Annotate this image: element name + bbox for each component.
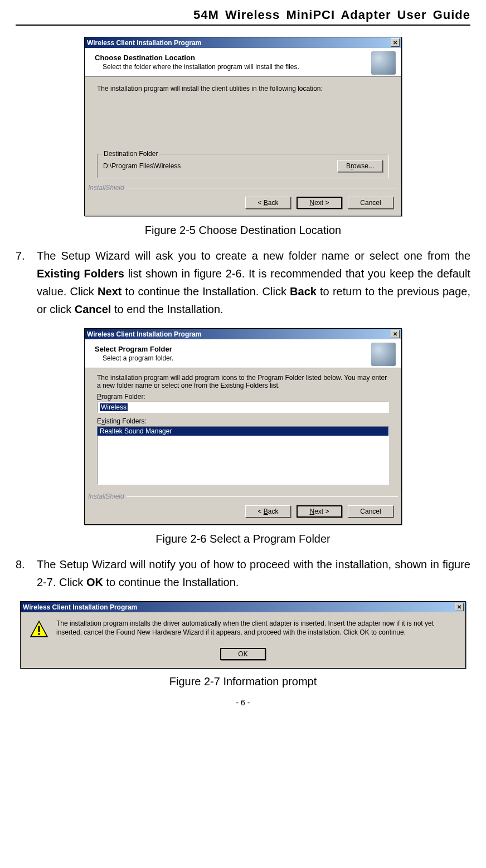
text: to continue the Installation. xyxy=(103,576,239,588)
body-text: The installation program will install th… xyxy=(97,85,389,92)
svg-rect-1 xyxy=(38,626,40,632)
text: to continue the Installation. Click xyxy=(122,285,290,298)
window-title: Wireless Client Installation Program xyxy=(87,39,201,47)
page-header: 54M Wireless MiniPCI Adapter User Guide xyxy=(16,8,470,26)
back-button[interactable]: < Back xyxy=(245,197,291,209)
bold-text: OK xyxy=(86,576,103,588)
destination-folder-group: Destination Folder D:\Program Files\Wire… xyxy=(97,154,389,178)
dialog-select-program-folder: Wireless Client Installation Program ✕ S… xyxy=(84,328,402,525)
next-button[interactable]: Next > xyxy=(297,505,342,518)
warning-text: The installation program installs the dr… xyxy=(56,619,456,637)
figure-caption-2-6: Figure 2-6 Select a Program Folder xyxy=(16,533,470,545)
step-number: 8. xyxy=(16,555,37,591)
installshield-text: InstallShield xyxy=(88,184,124,192)
dialog-information-prompt: Wireless Client Installation Program ✕ T… xyxy=(20,601,466,669)
figure-caption-2-5: Figure 2-5 Choose Destination Location xyxy=(16,224,470,237)
bold-text: Back xyxy=(290,285,317,298)
body-text: The installation program will add progra… xyxy=(97,374,389,389)
warning-icon xyxy=(30,620,48,639)
program-folder-input[interactable]: Wireless xyxy=(97,402,389,413)
next-button[interactable]: Next > xyxy=(297,197,342,209)
ok-button[interactable]: OK xyxy=(220,648,266,660)
dialog-body: The installation program will add progra… xyxy=(85,368,401,492)
dialog-choose-destination: Wireless Client Installation Program ✕ C… xyxy=(84,37,402,216)
paragraph-step-7: 7. The Setup Wizard will ask you to crea… xyxy=(16,247,470,318)
text: The Setup Wizard will ask you to create … xyxy=(37,250,470,262)
installshield-text: InstallShield xyxy=(88,492,124,500)
page-number: - 6 - xyxy=(16,698,470,707)
figure-caption-2-7: Figure 2-7 Information prompt xyxy=(16,675,470,688)
installer-logo-icon xyxy=(371,51,396,75)
button-row: < Back Next > Cancel xyxy=(85,193,401,216)
titlebar: Wireless Client Installation Program ✕ xyxy=(21,602,465,612)
button-row: OK xyxy=(21,648,465,668)
close-icon[interactable]: ✕ xyxy=(391,330,400,338)
dialog-heading: Select Program Folder xyxy=(95,345,391,353)
fieldset-legend: Destination Folder xyxy=(102,150,159,158)
browse-button[interactable]: Browse... xyxy=(337,160,383,172)
dialog-subheading: Select a program folder. xyxy=(95,354,391,362)
existing-folders-listbox[interactable]: Realtek Sound Manager xyxy=(97,426,389,485)
installshield-label: InstallShield xyxy=(85,492,401,502)
dialog-subheading: Select the folder where the installation… xyxy=(95,63,391,71)
dialog-body: The installation program installs the dr… xyxy=(21,612,465,648)
close-icon[interactable]: ✕ xyxy=(455,603,464,611)
input-value: Wireless xyxy=(100,403,128,411)
cancel-button[interactable]: Cancel xyxy=(348,197,393,209)
bold-text: Next xyxy=(98,285,122,298)
titlebar: Wireless Client Installation Program ✕ xyxy=(85,329,401,339)
dialog-header: Select Program Folder Select a program f… xyxy=(85,339,401,368)
close-icon[interactable]: ✕ xyxy=(391,38,400,47)
paragraph-step-8: 8. The Setup Wizard will notify you of h… xyxy=(16,555,470,591)
svg-rect-2 xyxy=(38,633,40,635)
window-title: Wireless Client Installation Program xyxy=(23,603,137,611)
program-folder-label: Program Folder: xyxy=(97,393,389,401)
dialog-header: Choose Destination Location Select the f… xyxy=(85,48,401,77)
bold-text: Existing Folders xyxy=(37,267,124,280)
existing-folders-label: Existing Folders: xyxy=(97,417,389,425)
button-row: < Back Next > Cancel xyxy=(85,502,401,524)
destination-path: D:\Program Files\Wireless xyxy=(103,162,181,170)
installer-logo-icon xyxy=(371,343,396,366)
list-item[interactable]: Realtek Sound Manager xyxy=(98,427,388,436)
dialog-body: The installation program will install th… xyxy=(85,77,401,184)
divider xyxy=(127,496,398,497)
bold-text: Cancel xyxy=(75,303,111,315)
back-button[interactable]: < Back xyxy=(245,505,291,518)
installshield-label: InstallShield xyxy=(85,184,401,193)
step-number: 7. xyxy=(16,247,37,318)
dialog-heading: Choose Destination Location xyxy=(95,53,391,62)
window-title: Wireless Client Installation Program xyxy=(87,330,201,338)
cancel-button[interactable]: Cancel xyxy=(348,505,393,518)
text: to end the Installation. xyxy=(111,303,223,315)
divider xyxy=(127,188,398,188)
titlebar: Wireless Client Installation Program ✕ xyxy=(85,37,401,48)
